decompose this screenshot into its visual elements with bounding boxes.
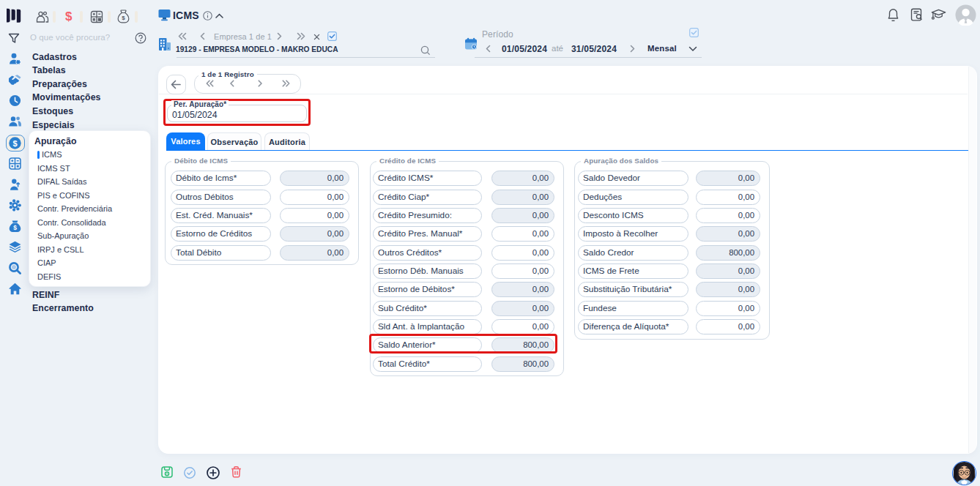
svg-text:$: $: [13, 224, 17, 231]
svg-text:$: $: [122, 15, 125, 21]
svg-text:$: $: [12, 139, 17, 148]
